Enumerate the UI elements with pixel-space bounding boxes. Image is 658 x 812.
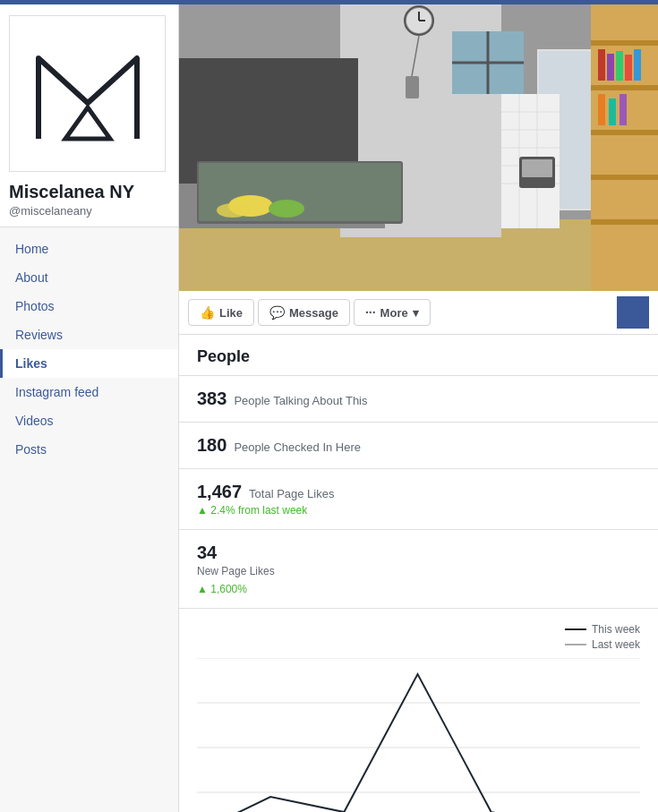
svg-point-10 — [217, 203, 249, 218]
sidebar-nav: Home About Photos Reviews Likes Instagra… — [0, 227, 178, 812]
brand-logo — [25, 31, 150, 157]
svg-marker-0 — [65, 107, 110, 139]
more-button[interactable]: ··· More ▾ — [354, 299, 431, 326]
svg-rect-16 — [591, 4, 658, 291]
svg-rect-20 — [591, 175, 658, 180]
svg-rect-29 — [620, 94, 627, 125]
sidebar-item-about[interactable]: About — [0, 263, 178, 292]
svg-point-9 — [269, 200, 304, 218]
svg-rect-35 — [406, 76, 419, 98]
page-likes-label: Total Page Likes — [249, 487, 334, 500]
blue-action-square[interactable] — [617, 296, 649, 329]
svg-rect-21 — [591, 219, 658, 225]
legend-this-week: This week — [565, 623, 640, 636]
new-likes-label: New Page Likes — [197, 565, 640, 577]
svg-rect-48 — [522, 159, 552, 177]
legend-last-week: Last week — [565, 638, 640, 651]
talking-stat-row: 383 People Talking About This — [179, 376, 658, 423]
chart-container — [197, 658, 640, 812]
svg-rect-25 — [625, 55, 632, 81]
sidebar-item-home[interactable]: Home — [0, 235, 178, 263]
sidebar-item-photos[interactable]: Photos — [0, 292, 178, 321]
main-content: 👍 Like 💬 Message ··· More ▾ People 383 P… — [179, 4, 658, 812]
page-likes-stat-row: 1,467 Total Page Likes ▲ 2.4% from last … — [179, 469, 658, 530]
last-week-line-icon — [565, 644, 586, 645]
svg-rect-24 — [616, 51, 623, 81]
message-button[interactable]: 💬 Message — [258, 299, 350, 326]
page-likes-count: 1,467 — [197, 482, 242, 502]
sidebar-item-videos[interactable]: Videos — [0, 406, 178, 435]
like-button[interactable]: 👍 Like — [188, 299, 254, 326]
sidebar-item-likes[interactable]: Likes — [0, 349, 178, 378]
message-icon: 💬 — [269, 305, 285, 320]
cover-photo — [179, 4, 658, 291]
new-likes-stat-block: 34 New Page Likes ▲ 1,600% — [179, 530, 658, 609]
this-week-line-icon — [565, 628, 586, 630]
like-icon: 👍 — [200, 305, 215, 320]
sidebar: Miscelanea NY @miscelaneany Home About P… — [0, 4, 179, 812]
action-bar: 👍 Like 💬 Message ··· More ▾ — [179, 291, 658, 335]
new-likes-count: 34 — [197, 543, 640, 563]
page-handle: @miscelaneany — [9, 204, 169, 218]
profile-logo — [9, 15, 166, 172]
page-likes-trend: ▲ 2.4% from last week — [197, 504, 307, 517]
svg-rect-18 — [591, 85, 658, 90]
checkin-stat-row: 180 People Checked In Here — [179, 423, 658, 469]
chart-svg — [197, 658, 640, 812]
page-layout: Miscelanea NY @miscelaneany Home About P… — [0, 4, 658, 812]
profile-section: Miscelanea NY @miscelaneany — [0, 4, 178, 227]
sidebar-item-instagram[interactable]: Instagram feed — [0, 378, 178, 406]
svg-rect-19 — [591, 130, 658, 135]
sidebar-item-posts[interactable]: Posts — [0, 435, 178, 464]
page-name: Miscelanea NY — [9, 181, 169, 202]
svg-rect-22 — [598, 49, 605, 81]
talking-label: People Talking About This — [234, 394, 367, 407]
svg-rect-28 — [609, 98, 616, 125]
chart-legend: This week Last week — [197, 623, 640, 651]
more-dots-icon: ··· — [365, 305, 376, 320]
svg-rect-27 — [598, 94, 605, 125]
cover-photo-svg — [179, 4, 658, 291]
checkin-count: 180 — [197, 435, 226, 456]
talking-count: 383 — [197, 389, 226, 409]
sidebar-item-reviews[interactable]: Reviews — [0, 321, 178, 349]
svg-rect-17 — [591, 40, 658, 46]
checkin-label: People Checked In Here — [234, 440, 361, 454]
people-header: People — [179, 335, 658, 376]
more-chevron-icon: ▾ — [413, 306, 419, 320]
people-section: People 383 People Talking About This 180… — [179, 335, 658, 812]
new-likes-trend: ▲ 1,600% — [197, 583, 247, 595]
svg-rect-26 — [634, 49, 641, 81]
svg-rect-23 — [607, 54, 614, 81]
chart-area: This week Last week — [179, 609, 658, 812]
